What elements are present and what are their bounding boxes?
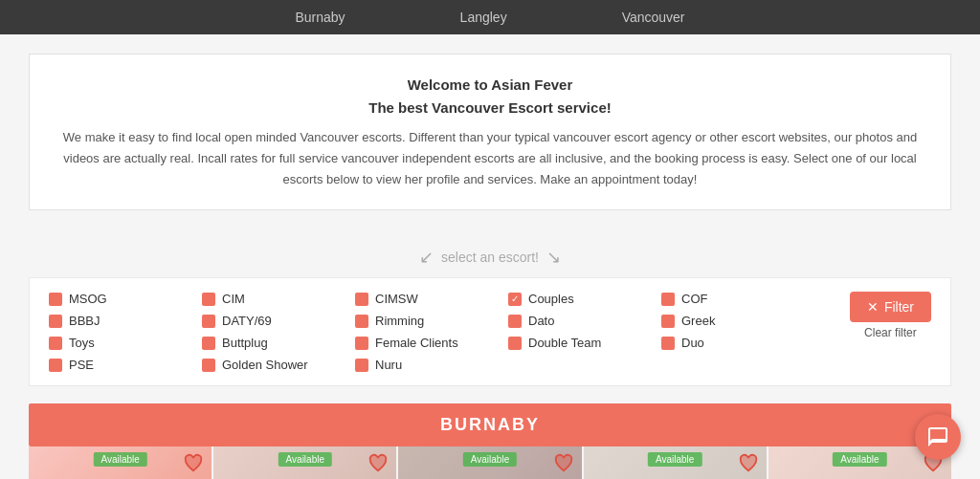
filter-col-4: ✓ Couples Dato Double Team [508,292,661,372]
filter-col-2: CIM DATY/69 Buttplug Golden Shower [202,292,355,372]
escort-cards-row: Available 🇨🇦 Available Available Availab… [29,446,951,479]
filter-female-clients[interactable]: Female Clients [355,336,508,350]
filter-checkbox-dato[interactable] [508,315,522,328]
filter-greek[interactable]: Greek [661,314,814,328]
filter-checkbox-greek[interactable] [661,315,675,328]
select-escort-label: select an escort! [441,250,539,265]
filter-toys[interactable]: Toys [49,336,202,350]
escort-card-4[interactable]: Available [582,446,767,479]
nav-langley[interactable]: Langley [460,10,507,25]
welcome-body: We make it easy to find local open minde… [58,127,922,190]
filter-msog[interactable]: MSOG [49,292,202,306]
clear-filter-link[interactable]: Clear filter [864,326,917,339]
escort-card-2[interactable]: Available [212,446,396,479]
filter-button-label: Filter [884,299,914,315]
filter-checkbox-duo[interactable] [661,337,675,350]
chat-button[interactable] [915,414,961,460]
filter-checkbox-toys[interactable] [49,337,62,350]
available-badge-3: Available [463,452,517,467]
filter-checkbox-nuru[interactable] [355,359,368,372]
available-badge-2: Available [278,452,332,467]
nav-vancouver[interactable]: Vancouver [622,10,685,25]
filter-col-1: MSOG BBBJ Toys PSE [49,292,202,372]
filter-col-5: COF Greek Duo [661,292,814,372]
filter-cimsw[interactable]: CIMSW [355,292,508,306]
filter-rimming[interactable]: Rimming [355,314,508,328]
heart-icon-3[interactable] [553,452,574,478]
filter-button[interactable]: ✕ Filter [850,292,931,322]
filter-bbbj[interactable]: BBBJ [49,314,202,328]
left-arrow-icon: ↙ [419,247,434,268]
filter-checkbox-daty[interactable] [202,315,215,328]
welcome-box: Welcome to Asian Fever The best Vancouve… [29,54,951,210]
filter-buttplug[interactable]: Buttplug [202,336,355,350]
heart-icon-1[interactable] [183,452,204,478]
filter-section: MSOG BBBJ Toys PSE CIM DATY/6 [29,277,951,386]
escort-card-1[interactable]: Available 🇨🇦 [29,446,212,479]
filter-checkbox-golden-shower[interactable] [202,359,215,372]
checkmark-icon: ✓ [511,294,519,304]
filter-duo[interactable]: Duo [661,336,814,350]
filter-checkbox-cimsw[interactable] [355,293,368,306]
select-escort-prompt: ↙ select an escort! ↘ [0,229,980,277]
filter-dato[interactable]: Dato [508,314,661,328]
filter-couples[interactable]: ✓ Couples [508,292,661,306]
filter-nuru[interactable]: Nuru [355,358,508,372]
filter-button-area: ✕ Filter Clear filter [831,292,931,339]
filter-checkbox-buttplug[interactable] [202,337,215,350]
heart-icon-4[interactable] [738,452,759,478]
filter-pse[interactable]: PSE [49,358,202,372]
escort-card-3[interactable]: Available [396,446,581,479]
welcome-title: Welcome to Asian Fever The best Vancouve… [58,74,922,120]
filter-daty[interactable]: DATY/69 [202,314,355,328]
x-icon: ✕ [867,299,879,315]
filter-checkbox-double-team[interactable] [508,337,522,350]
filter-checkbox-cof[interactable] [661,293,675,306]
filter-col-3: CIMSW Rimming Female Clients Nuru [355,292,508,372]
filter-cof[interactable]: COF [661,292,814,306]
top-navigation: Burnaby Langley Vancouver [0,0,980,34]
filter-checkbox-bbbj[interactable] [49,315,62,328]
filter-checkbox-couples[interactable]: ✓ [508,293,522,306]
filter-checkbox-female-clients[interactable] [355,337,368,350]
filter-checkbox-msog[interactable] [49,293,62,306]
right-arrow-icon: ↘ [546,247,561,268]
heart-icon-2[interactable] [368,452,389,478]
burnaby-banner: BURNABY [29,403,951,446]
filter-columns: MSOG BBBJ Toys PSE CIM DATY/6 [49,292,831,372]
available-badge-5: Available [833,452,886,467]
available-badge-1: Available [93,452,146,467]
filter-cim[interactable]: CIM [202,292,355,306]
filter-double-team[interactable]: Double Team [508,336,661,350]
nav-burnaby[interactable]: Burnaby [295,10,345,25]
available-badge-4: Available [648,452,702,467]
filter-checkbox-rimming[interactable] [355,315,368,328]
chat-icon [926,425,949,448]
filter-checkbox-pse[interactable] [49,359,62,372]
filter-checkbox-cim[interactable] [202,293,215,306]
filter-golden-shower[interactable]: Golden Shower [202,358,355,372]
